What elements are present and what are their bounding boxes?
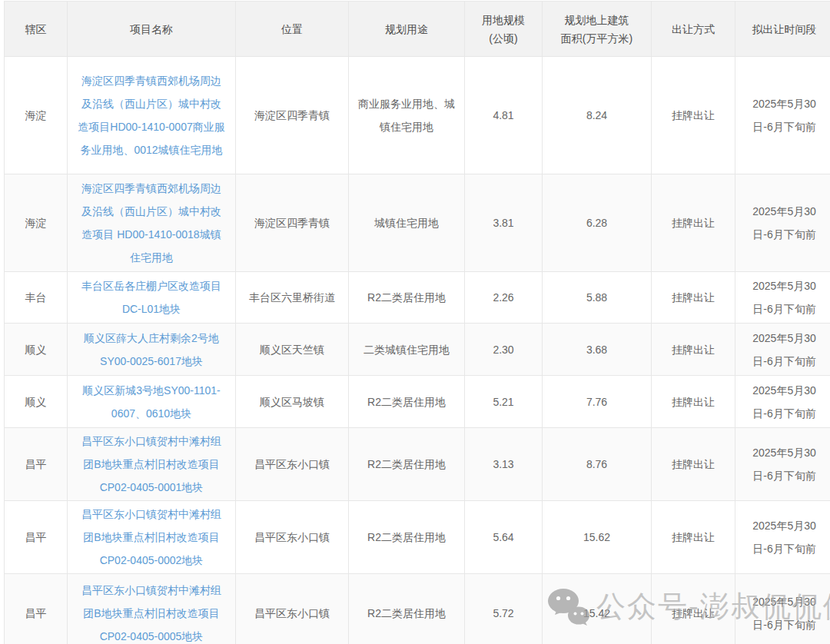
table-row: 丰台丰台区岳各庄棚户区改造项目DC-L01地块丰台区六里桥街道R2二类居住用地2… <box>5 272 830 324</box>
land-supply-table-container: 辖区项目名称位置规划用途用地规模 (公顷)规划地上建筑 面积(万平方米)出让方式… <box>4 1 830 644</box>
cell-district: 顺义 <box>5 376 68 428</box>
table-header: 辖区项目名称位置规划用途用地规模 (公顷)规划地上建筑 面积(万平方米)出让方式… <box>5 2 830 57</box>
cell-location: 昌平区东小口镇 <box>236 574 349 644</box>
header-cell-district: 辖区 <box>5 2 68 57</box>
header-cell-location: 位置 <box>236 2 349 57</box>
table-row: 昌平昌平区东小口镇贺村中滩村组团B地块重点村旧村改造项目CP02-0405-00… <box>5 501 830 574</box>
cell-area: 2.30 <box>465 324 543 376</box>
cell-use: 城镇住宅用地 <box>349 174 465 272</box>
cell-method: 挂牌出让 <box>652 501 735 574</box>
header-cell-period: 拟出让时间段 <box>735 2 830 57</box>
table-row: 海淀海淀区四季青镇西郊机场周边及沿线（西山片区）城中村改造项目 HD00-141… <box>5 174 830 272</box>
cell-area: 4.81 <box>465 57 543 174</box>
table-body: 海淀海淀区四季青镇西郊机场周边及沿线（西山片区）城中村改造项目HD00-1410… <box>5 57 830 644</box>
cell-location: 海淀区四季青镇 <box>236 174 349 272</box>
cell-area: 3.13 <box>465 428 543 501</box>
cell-period: 2025年5月30日-6月下旬前 <box>735 324 830 376</box>
cell-area: 2.26 <box>465 272 543 324</box>
land-supply-table: 辖区项目名称位置规划用途用地规模 (公顷)规划地上建筑 面积(万平方米)出让方式… <box>4 1 830 644</box>
cell-location: 丰台区六里桥街道 <box>236 272 349 324</box>
cell-use: R2二类居住用地 <box>349 501 465 574</box>
cell-period: 2025年5月30日-6月下旬前 <box>735 501 830 574</box>
cell-project[interactable]: 昌平区东小口镇贺村中滩村组团B地块重点村旧村改造项目CP02-0405-0001… <box>68 428 236 501</box>
cell-district: 昌平 <box>5 428 68 501</box>
cell-gfa: 3.68 <box>543 324 652 376</box>
cell-location: 昌平区东小口镇 <box>236 501 349 574</box>
cell-period: 2025年5月30日-6月下旬前 <box>735 57 830 174</box>
header-cell-project: 项目名称 <box>68 2 236 57</box>
header-cell-method: 出让方式 <box>652 2 735 57</box>
cell-use: R2二类居住用地 <box>349 574 465 644</box>
cell-period: 2025年5月30日-6月下旬前 <box>735 174 830 272</box>
cell-use: 商业服务业用地、城镇住宅用地 <box>349 57 465 174</box>
cell-area: 5.64 <box>465 501 543 574</box>
table-row: 昌平昌平区东小口镇贺村中滩村组团B地块重点村旧村改造项目CP02-0405-00… <box>5 574 830 644</box>
cell-gfa: 7.76 <box>543 376 652 428</box>
cell-project[interactable]: 昌平区东小口镇贺村中滩村组团B地块重点村旧村改造项目CP02-0405-0002… <box>68 501 236 574</box>
cell-district: 海淀 <box>5 57 68 174</box>
cell-period: 2025年5月30日-6月下旬前 <box>735 272 830 324</box>
cell-gfa: 15.62 <box>543 501 652 574</box>
cell-use: 二类城镇住宅用地 <box>349 324 465 376</box>
cell-method: 挂牌出让 <box>652 272 735 324</box>
cell-method: 挂牌出让 <box>652 376 735 428</box>
cell-gfa: 8.76 <box>543 428 652 501</box>
header-cell-gfa: 规划地上建筑 面积(万平方米) <box>543 2 652 57</box>
cell-period: 2025年5月30日-6月下旬前 <box>735 376 830 428</box>
cell-location: 顺义区马坡镇 <box>236 376 349 428</box>
cell-project[interactable]: 海淀区四季青镇西郊机场周边及沿线（西山片区）城中村改造项目 HD00-1410-… <box>68 174 236 272</box>
cell-gfa: 6.28 <box>543 174 652 272</box>
table-row: 顺义顺义区薛大人庄村剩余2号地SY00-0025-6017地块顺义区天竺镇二类城… <box>5 324 830 376</box>
header-cell-use: 规划用途 <box>349 2 465 57</box>
cell-district: 丰台 <box>5 272 68 324</box>
cell-area: 5.72 <box>465 574 543 644</box>
cell-gfa: 8.24 <box>543 57 652 174</box>
header-cell-area: 用地规模 (公顷) <box>465 2 543 57</box>
cell-location: 顺义区天竺镇 <box>236 324 349 376</box>
cell-method: 挂牌出让 <box>652 57 735 174</box>
table-row: 昌平昌平区东小口镇贺村中滩村组团B地块重点村旧村改造项目CP02-0405-00… <box>5 428 830 501</box>
cell-district: 海淀 <box>5 174 68 272</box>
cell-method: 挂牌出让 <box>652 174 735 272</box>
cell-project[interactable]: 海淀区四季青镇西郊机场周边及沿线（西山片区）城中村改造项目HD00-1410-0… <box>68 57 236 174</box>
table-row: 海淀海淀区四季青镇西郊机场周边及沿线（西山片区）城中村改造项目HD00-1410… <box>5 57 830 174</box>
cell-project[interactable]: 顺义区薛大人庄村剩余2号地SY00-0025-6017地块 <box>68 324 236 376</box>
cell-location: 海淀区四季青镇 <box>236 57 349 174</box>
cell-period: 2025年5月30日-6月下旬前 <box>735 428 830 501</box>
cell-project[interactable]: 丰台区岳各庄棚户区改造项目DC-L01地块 <box>68 272 236 324</box>
header-row: 辖区项目名称位置规划用途用地规模 (公顷)规划地上建筑 面积(万平方米)出让方式… <box>5 2 830 57</box>
cell-method: 挂牌出让 <box>652 324 735 376</box>
cell-location: 昌平区东小口镇 <box>236 428 349 501</box>
cell-district: 昌平 <box>5 574 68 644</box>
cell-method: 挂牌出让 <box>652 428 735 501</box>
cell-project[interactable]: 昌平区东小口镇贺村中滩村组团B地块重点村旧村改造项目CP02-0405-0005… <box>68 574 236 644</box>
cell-project[interactable]: 顺义区新城3号地SY00-1101-0607、0610地块 <box>68 376 236 428</box>
cell-area: 5.21 <box>465 376 543 428</box>
cell-district: 顺义 <box>5 324 68 376</box>
cell-area: 3.81 <box>465 174 543 272</box>
cell-use: R2二类居住用地 <box>349 428 465 501</box>
cell-gfa: 5.88 <box>543 272 652 324</box>
cell-district: 昌平 <box>5 501 68 574</box>
cell-use: R2二类居住用地 <box>349 272 465 324</box>
cell-use: R2二类居住用地 <box>349 376 465 428</box>
cell-method: 挂牌出让 <box>652 574 735 644</box>
table-row: 顺义顺义区新城3号地SY00-1101-0607、0610地块顺义区马坡镇R2二… <box>5 376 830 428</box>
cell-gfa: 15.42 <box>543 574 652 644</box>
cell-period: 2025年5月30日-6月下旬前 <box>735 574 830 644</box>
